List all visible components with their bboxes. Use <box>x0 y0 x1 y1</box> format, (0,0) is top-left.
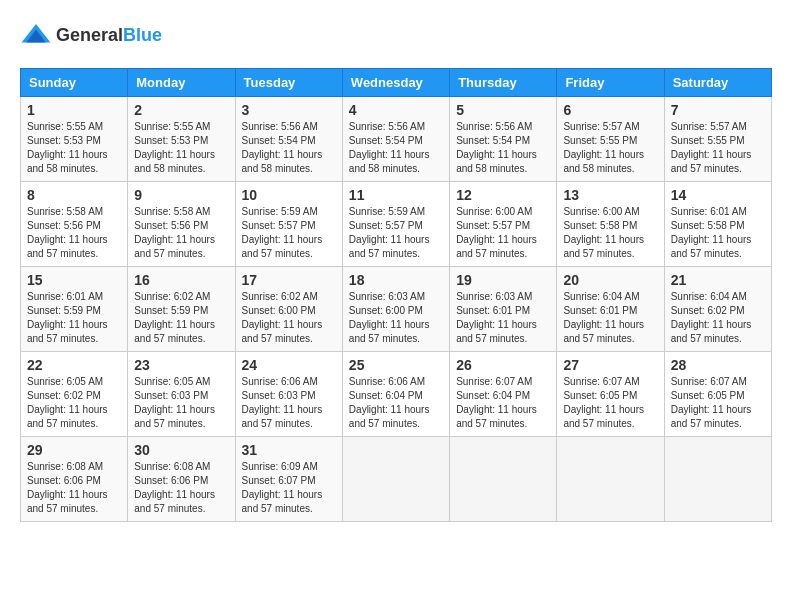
daylight-label: Daylight: 11 hours <box>27 404 108 415</box>
daylight-minutes: and 57 minutes. <box>27 333 98 344</box>
daylight-minutes: and 57 minutes. <box>134 333 205 344</box>
calendar-day-cell <box>450 437 557 522</box>
daylight-minutes: and 57 minutes. <box>671 418 742 429</box>
calendar-day-cell: 12 Sunrise: 6:00 AM Sunset: 5:57 PM Dayl… <box>450 182 557 267</box>
calendar-day-cell: 30 Sunrise: 6:08 AM Sunset: 6:06 PM Dayl… <box>128 437 235 522</box>
daylight-minutes: and 57 minutes. <box>27 503 98 514</box>
day-info: Sunrise: 6:03 AM Sunset: 6:01 PM Dayligh… <box>456 290 550 346</box>
day-number: 20 <box>563 272 657 288</box>
calendar-week-row: 15 Sunrise: 6:01 AM Sunset: 5:59 PM Dayl… <box>21 267 772 352</box>
day-info: Sunrise: 5:56 AM Sunset: 5:54 PM Dayligh… <box>456 120 550 176</box>
day-number: 6 <box>563 102 657 118</box>
calendar-day-cell: 23 Sunrise: 6:05 AM Sunset: 6:03 PM Dayl… <box>128 352 235 437</box>
daylight-minutes: and 57 minutes. <box>134 248 205 259</box>
sunrise-label: Sunrise: 5:55 AM <box>27 121 103 132</box>
daylight-minutes: and 57 minutes. <box>456 248 527 259</box>
daylight-label: Daylight: 11 hours <box>563 319 644 330</box>
sunrise-label: Sunrise: 5:58 AM <box>134 206 210 217</box>
calendar-day-cell: 14 Sunrise: 6:01 AM Sunset: 5:58 PM Dayl… <box>664 182 771 267</box>
daylight-label: Daylight: 11 hours <box>563 404 644 415</box>
daylight-label: Daylight: 11 hours <box>671 404 752 415</box>
daylight-label: Daylight: 11 hours <box>456 404 537 415</box>
sunrise-label: Sunrise: 6:05 AM <box>27 376 103 387</box>
calendar-day-cell: 7 Sunrise: 5:57 AM Sunset: 5:55 PM Dayli… <box>664 97 771 182</box>
day-info: Sunrise: 5:55 AM Sunset: 5:53 PM Dayligh… <box>134 120 228 176</box>
sunrise-label: Sunrise: 6:02 AM <box>134 291 210 302</box>
daylight-label: Daylight: 11 hours <box>563 234 644 245</box>
logo: GeneralBlue <box>20 20 162 52</box>
daylight-minutes: and 57 minutes. <box>349 333 420 344</box>
daylight-minutes: and 57 minutes. <box>563 248 634 259</box>
daylight-label: Daylight: 11 hours <box>456 319 537 330</box>
sunrise-label: Sunrise: 5:56 AM <box>242 121 318 132</box>
day-info: Sunrise: 6:00 AM Sunset: 5:57 PM Dayligh… <box>456 205 550 261</box>
sunrise-label: Sunrise: 6:00 AM <box>456 206 532 217</box>
day-of-week-header: Thursday <box>450 69 557 97</box>
day-number: 19 <box>456 272 550 288</box>
day-info: Sunrise: 6:07 AM Sunset: 6:04 PM Dayligh… <box>456 375 550 431</box>
day-number: 4 <box>349 102 443 118</box>
daylight-minutes: and 57 minutes. <box>242 503 313 514</box>
sunrise-label: Sunrise: 6:07 AM <box>456 376 532 387</box>
daylight-minutes: and 57 minutes. <box>671 163 742 174</box>
calendar-header-row: SundayMondayTuesdayWednesdayThursdayFrid… <box>21 69 772 97</box>
day-info: Sunrise: 5:56 AM Sunset: 5:54 PM Dayligh… <box>349 120 443 176</box>
sunrise-label: Sunrise: 6:08 AM <box>27 461 103 472</box>
daylight-minutes: and 58 minutes. <box>563 163 634 174</box>
calendar-day-cell <box>342 437 449 522</box>
sunset-label: Sunset: 5:54 PM <box>349 135 423 146</box>
calendar-day-cell: 17 Sunrise: 6:02 AM Sunset: 6:00 PM Dayl… <box>235 267 342 352</box>
sunrise-label: Sunrise: 5:56 AM <box>456 121 532 132</box>
day-number: 2 <box>134 102 228 118</box>
sunset-label: Sunset: 5:56 PM <box>134 220 208 231</box>
sunset-label: Sunset: 5:58 PM <box>563 220 637 231</box>
sunset-label: Sunset: 5:54 PM <box>242 135 316 146</box>
daylight-label: Daylight: 11 hours <box>242 489 323 500</box>
calendar-day-cell: 13 Sunrise: 6:00 AM Sunset: 5:58 PM Dayl… <box>557 182 664 267</box>
calendar-day-cell: 2 Sunrise: 5:55 AM Sunset: 5:53 PM Dayli… <box>128 97 235 182</box>
daylight-label: Daylight: 11 hours <box>349 234 430 245</box>
daylight-label: Daylight: 11 hours <box>671 234 752 245</box>
day-number: 21 <box>671 272 765 288</box>
day-info: Sunrise: 6:02 AM Sunset: 5:59 PM Dayligh… <box>134 290 228 346</box>
daylight-label: Daylight: 11 hours <box>242 319 323 330</box>
daylight-minutes: and 57 minutes. <box>242 248 313 259</box>
day-number: 17 <box>242 272 336 288</box>
daylight-label: Daylight: 11 hours <box>134 234 215 245</box>
sunset-label: Sunset: 6:04 PM <box>349 390 423 401</box>
daylight-label: Daylight: 11 hours <box>456 234 537 245</box>
day-number: 10 <box>242 187 336 203</box>
daylight-label: Daylight: 11 hours <box>242 149 323 160</box>
day-number: 5 <box>456 102 550 118</box>
day-info: Sunrise: 6:08 AM Sunset: 6:06 PM Dayligh… <box>27 460 121 516</box>
day-number: 30 <box>134 442 228 458</box>
day-number: 28 <box>671 357 765 373</box>
day-number: 7 <box>671 102 765 118</box>
sunrise-label: Sunrise: 6:07 AM <box>671 376 747 387</box>
calendar-day-cell: 4 Sunrise: 5:56 AM Sunset: 5:54 PM Dayli… <box>342 97 449 182</box>
day-info: Sunrise: 6:06 AM Sunset: 6:03 PM Dayligh… <box>242 375 336 431</box>
day-number: 1 <box>27 102 121 118</box>
sunset-label: Sunset: 5:59 PM <box>134 305 208 316</box>
sunset-label: Sunset: 6:01 PM <box>563 305 637 316</box>
calendar-week-row: 29 Sunrise: 6:08 AM Sunset: 6:06 PM Dayl… <box>21 437 772 522</box>
day-number: 25 <box>349 357 443 373</box>
calendar-day-cell <box>557 437 664 522</box>
logo-text: GeneralBlue <box>56 26 162 46</box>
sunset-label: Sunset: 6:05 PM <box>563 390 637 401</box>
day-info: Sunrise: 6:03 AM Sunset: 6:00 PM Dayligh… <box>349 290 443 346</box>
daylight-minutes: and 57 minutes. <box>349 248 420 259</box>
sunset-label: Sunset: 6:03 PM <box>134 390 208 401</box>
day-info: Sunrise: 5:59 AM Sunset: 5:57 PM Dayligh… <box>349 205 443 261</box>
daylight-minutes: and 57 minutes. <box>27 418 98 429</box>
sunrise-label: Sunrise: 6:04 AM <box>563 291 639 302</box>
calendar-day-cell: 27 Sunrise: 6:07 AM Sunset: 6:05 PM Dayl… <box>557 352 664 437</box>
day-number: 3 <box>242 102 336 118</box>
day-info: Sunrise: 6:07 AM Sunset: 6:05 PM Dayligh… <box>671 375 765 431</box>
sunrise-label: Sunrise: 5:57 AM <box>563 121 639 132</box>
sunset-label: Sunset: 5:55 PM <box>671 135 745 146</box>
sunset-label: Sunset: 6:01 PM <box>456 305 530 316</box>
sunset-label: Sunset: 6:06 PM <box>27 475 101 486</box>
sunset-label: Sunset: 6:06 PM <box>134 475 208 486</box>
day-number: 13 <box>563 187 657 203</box>
